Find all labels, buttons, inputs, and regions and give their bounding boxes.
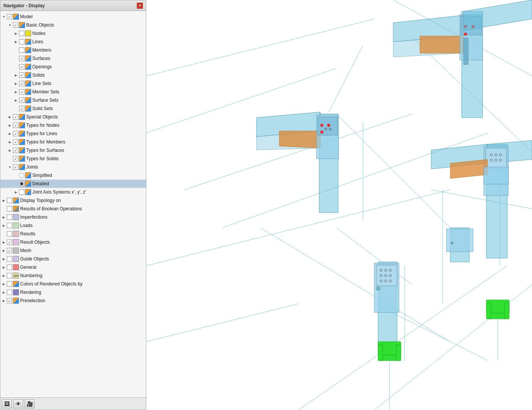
expander-model[interactable]: ▼ (1, 14, 6, 19)
expander-general[interactable]: ▶ (1, 265, 6, 270)
checkbox-rendering[interactable] (7, 290, 12, 295)
tree-item-preselection[interactable]: ▶Preselection (0, 296, 146, 305)
checkbox-openings[interactable] (19, 64, 24, 69)
toolbar-btn-2[interactable]: 👁 (13, 399, 23, 408)
tree-item-types-nodes[interactable]: ▶Types for Nodes (0, 121, 146, 129)
checkbox-general[interactable] (7, 265, 12, 270)
tree-item-numbering[interactable]: ▶123Numbering (0, 271, 146, 280)
tree-item-display-topology[interactable]: ▶Display Topology on (0, 196, 146, 205)
checkbox-numbering[interactable] (7, 273, 12, 278)
checkbox-results[interactable] (7, 231, 12, 237)
expander-basic-objects[interactable]: ▼ (7, 22, 13, 28)
checkbox-members[interactable] (19, 47, 24, 53)
checkbox-lines[interactable] (19, 39, 24, 44)
tree-item-detailed[interactable]: Detailed (0, 180, 146, 188)
expander-nodes[interactable]: ▶ (13, 31, 19, 36)
tree-item-colors-rendered[interactable]: ▶Colors of Rendered Objects by (0, 280, 146, 288)
expander-colors-rendered[interactable]: ▶ (1, 281, 6, 287)
expander-guide-objects[interactable]: ▶ (1, 256, 6, 262)
checkbox-types-members[interactable] (13, 139, 18, 145)
expander-result-objects[interactable]: ▶ (1, 240, 6, 245)
checkbox-surface-sets[interactable] (19, 98, 24, 103)
tree-item-results[interactable]: Results (0, 230, 146, 238)
tree-item-types-surfaces[interactable]: ▶Types for Surfaces (0, 146, 146, 155)
tree-item-basic-objects[interactable]: ▼Basic Objects (0, 21, 146, 29)
expander-joints[interactable]: ▼ (7, 164, 13, 170)
tree-item-line-sets[interactable]: ▶Line Sets (0, 79, 146, 88)
tree-item-members[interactable]: Members (0, 46, 146, 54)
checkbox-preselection[interactable] (7, 298, 12, 303)
checkbox-line-sets[interactable] (19, 81, 24, 86)
checkbox-mesh[interactable] (7, 248, 12, 253)
tree-item-results-boolean[interactable]: Results of Boolean Operations (0, 205, 146, 213)
checkbox-member-sets[interactable] (19, 89, 24, 95)
close-button[interactable]: × (137, 3, 143, 9)
expander-line-sets[interactable]: ▶ (13, 81, 19, 86)
expander-types-lines[interactable]: ▶ (7, 131, 13, 136)
checkbox-display-topology[interactable] (7, 198, 12, 203)
tree-item-imperfections[interactable]: ▶Imperfections (0, 213, 146, 221)
tree-item-solids[interactable]: ▶Solids (0, 71, 146, 79)
tree-item-joint-axis[interactable]: ▶Joint Axis Systems x', y', z' (0, 188, 146, 196)
expander-types-surfaces[interactable]: ▶ (7, 148, 13, 153)
checkbox-model[interactable] (7, 14, 12, 19)
tree-item-openings[interactable]: Openings (0, 63, 146, 71)
tree-item-member-sets[interactable]: ▶Member Sets (0, 88, 146, 96)
checkbox-loads[interactable] (7, 223, 12, 228)
checkbox-guide-objects[interactable] (7, 256, 12, 262)
checkbox-types-solids[interactable] (13, 156, 18, 161)
tree-item-rendering[interactable]: ▶Rendering (0, 288, 146, 296)
tree-item-lines[interactable]: ▶Lines (0, 38, 146, 46)
checkbox-joints[interactable] (13, 164, 18, 170)
tree-item-loads[interactable]: ▶Loads (0, 221, 146, 230)
checkbox-types-nodes[interactable] (13, 123, 18, 128)
radio-detailed[interactable] (19, 181, 24, 186)
checkbox-basic-objects[interactable] (13, 22, 18, 28)
checkbox-nodes[interactable] (19, 31, 24, 36)
tree-item-surfaces[interactable]: Surfaces (0, 54, 146, 63)
expander-display-topology[interactable]: ▶ (1, 198, 6, 203)
tree-item-solid-sets[interactable]: Solid Sets (0, 104, 146, 113)
checkbox-solids[interactable] (19, 73, 24, 78)
checkbox-colors-rendered[interactable] (7, 281, 12, 287)
expander-loads[interactable]: ▶ (1, 223, 6, 228)
expander-numbering[interactable]: ▶ (1, 273, 6, 278)
expander-special-objects[interactable]: ▶ (7, 114, 13, 120)
checkbox-joint-axis[interactable] (19, 189, 24, 195)
checkbox-result-objects[interactable] (7, 240, 12, 245)
checkbox-types-surfaces[interactable] (13, 148, 18, 153)
checkbox-types-lines[interactable] (13, 131, 18, 136)
tree-item-nodes[interactable]: ▶Nodes (0, 29, 146, 38)
checkbox-surfaces[interactable] (19, 56, 24, 61)
tree-item-simplified[interactable]: Simplified (0, 171, 146, 180)
expander-mesh[interactable]: ▶ (1, 248, 6, 253)
checkbox-solid-sets[interactable] (19, 106, 24, 111)
tree-item-surface-sets[interactable]: ▶Surface Sets (0, 96, 146, 104)
checkbox-imperfections[interactable] (7, 214, 12, 220)
tree-item-types-solids[interactable]: Types for Solids (0, 155, 146, 163)
checkbox-results-boolean[interactable] (7, 206, 12, 211)
expander-types-nodes[interactable]: ▶ (7, 123, 13, 128)
expander-joint-axis[interactable]: ▶ (13, 189, 19, 195)
tree-item-model[interactable]: ▼Model (0, 13, 146, 21)
expander-preselection[interactable]: ▶ (1, 298, 6, 303)
tree-item-general[interactable]: ▶General (0, 263, 146, 271)
expander-member-sets[interactable]: ▶ (13, 89, 19, 95)
toolbar-btn-1[interactable]: 🖼 (2, 399, 12, 408)
tree-item-joints[interactable]: ▼Joints (0, 163, 146, 171)
tree-item-mesh[interactable]: ▶Mesh (0, 246, 146, 255)
tree-item-special-objects[interactable]: ▶Special Objects (0, 113, 146, 121)
tree-item-types-members[interactable]: ▶Types for Members (0, 138, 146, 146)
tree-item-types-lines[interactable]: ▶Types for Lines (0, 129, 146, 138)
tree-item-guide-objects[interactable]: ▶Guide Objects (0, 255, 146, 263)
radio-simplified[interactable] (19, 173, 24, 178)
expander-types-members[interactable]: ▶ (7, 139, 13, 145)
checkbox-special-objects[interactable] (13, 114, 18, 120)
expander-surface-sets[interactable]: ▶ (13, 98, 19, 103)
expander-lines[interactable]: ▶ (13, 39, 19, 44)
expander-rendering[interactable]: ▶ (1, 290, 6, 295)
expander-imperfections[interactable]: ▶ (1, 214, 6, 220)
tree-item-result-objects[interactable]: ▶Result Objects (0, 238, 146, 246)
expander-solids[interactable]: ▶ (13, 73, 19, 78)
toolbar-btn-3[interactable]: 🎥 (25, 399, 35, 408)
